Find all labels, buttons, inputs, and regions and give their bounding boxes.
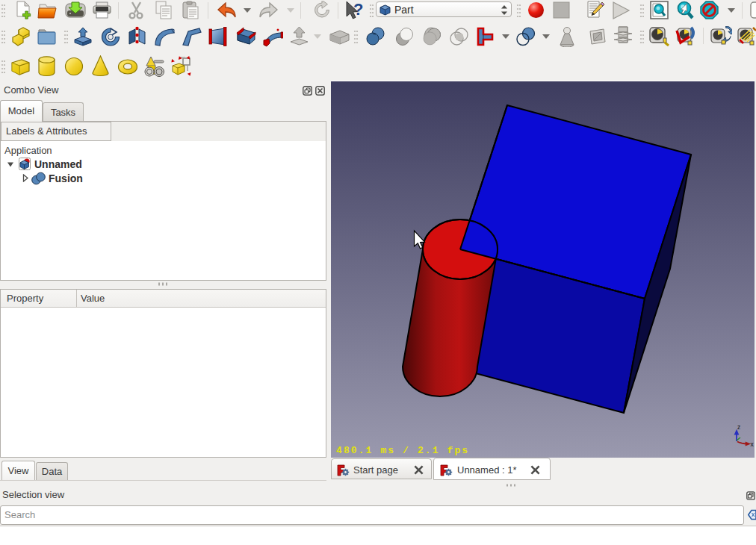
svg-text:z: z [737,423,740,431]
